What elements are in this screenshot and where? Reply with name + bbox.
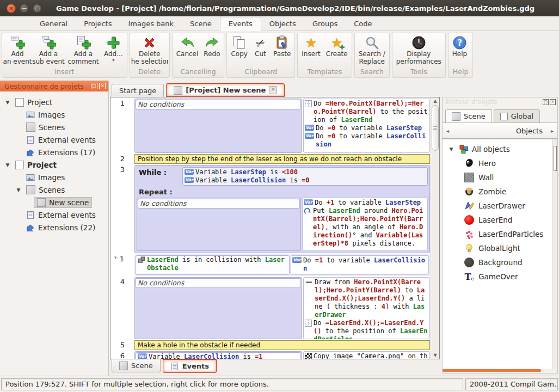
object-item-gameover[interactable]: TeGameOver [443,270,557,284]
actions-region[interactable]: VarDo +1 to variable LaserStepPut LaserE… [302,198,428,251]
close-tab-icon[interactable]: ✕ [269,86,277,94]
ribbon-tab-objects[interactable]: Objects [261,17,304,30]
ribbon-tab-code[interactable]: Code [346,17,380,30]
expander-arrow-icon[interactable]: ▼ [3,162,12,168]
tree-item-new-scene[interactable]: New scene [0,196,108,209]
conditions-region[interactable]: VarVariable LaserCollision is =1 [134,351,302,359]
events-scrollbar[interactable]: ▲ ▼ [431,97,439,359]
object-item-wall[interactable]: Wall [443,170,557,185]
event-action[interactable]: Copy image "Camera.png" on the [305,352,428,359]
object-item-laserdrawer[interactable]: LaserDrawer [443,199,557,213]
toolbar-button-paste[interactable]: Paste [271,34,293,67]
ribbon-tab-images-bank[interactable]: Images bank [120,17,182,30]
editor-tab-project-new-scene[interactable]: [Project] New scene✕ [166,83,285,97]
event-action[interactable]: Put LaserEnd around Hero.PointX(Barrel);… [304,207,426,248]
while-conditions[interactable]: VarVariable LaserStep is <100VarVariable… [182,167,428,186]
conditions-box[interactable]: No conditions [136,278,301,288]
window-minimize-button[interactable]: — [20,4,29,13]
object-item-zombie[interactable]: Zombie [443,185,557,199]
scroll-up-icon[interactable]: ▲ [431,97,439,105]
window-close-button[interactable]: ✕ [7,4,16,13]
event-action[interactable]: VarDo +1 to variable LaserStep [304,199,426,207]
toolbar-button-search-replace[interactable]: Search /Replace [356,34,388,67]
conditions-box[interactable]: VarVariable LaserCollision is =1 [136,352,301,359]
event-condition[interactable]: LaserEnd is in collision with LaserObsta… [138,256,287,272]
conditions-box[interactable]: No conditions [136,100,301,109]
toolbar-button-insert-template[interactable]: ★Insert [299,34,323,67]
actions-region[interactable]: —Draw from Hero.PointX(Barrel);Hero.Poin… [303,277,430,339]
event-row-3[interactable]: 3While :VarVariable LaserStep is <100Var… [110,165,431,253]
expander-arrow-icon[interactable]: ▼ [14,187,23,193]
toolbar-button-help[interactable]: ?Help [450,34,470,67]
toolbar-button-copy[interactable]: Copy [228,34,250,67]
conditions-region[interactable]: No conditions [134,99,302,153]
event-condition[interactable]: VarVariable LaserCollision is =0 [185,176,426,185]
scrollbar-thumb[interactable] [554,146,557,171]
tree-item-scenes[interactable]: ▼Scenes [0,183,108,196]
tree-item-images[interactable]: Images [0,108,108,121]
event-condition[interactable]: VarVariable LaserStep is <100 [185,168,426,176]
event-action[interactable]: Do =Hero.PointX(Barrel);=Hero.PointY(Bar… [305,100,428,124]
conditions-box[interactable]: LaserEnd is in collision with LaserObsta… [136,255,290,275]
event-action[interactable]: VarDo =1 to variable LaserCollision [292,256,427,273]
object-item-laserend[interactable]: LaserEnd [443,213,557,227]
tree-item-project[interactable]: ▼Project [0,158,108,171]
panel-float-icon[interactable]: ▢ [91,83,97,89]
actions-region[interactable]: Copy image "Camera.png" on the [303,351,430,359]
scroll-down-icon[interactable]: ▼ [431,352,439,359]
event-row-7[interactable]: 6VarVariable LaserCollision is =1Copy im… [110,351,431,359]
event-row-5[interactable]: 4No conditions—Draw from Hero.PointX(Bar… [110,277,431,339]
objects-horizontal-scrollbar[interactable] [443,369,557,373]
objects-scope-tab-global[interactable]: Global [494,109,540,123]
scrollbar-thumb[interactable] [432,105,439,151]
editor-bottom-tab-scene[interactable]: Scene [112,359,161,372]
tree-item-external-events[interactable]: External events [0,209,108,221]
toolbar-button-add-comment[interactable]: Add acomment [65,34,101,67]
toolbar-button-redo[interactable]: Redo [201,34,223,67]
nav-left-icon[interactable]: ◂ [445,128,451,134]
panel-close-icon[interactable]: ✕ [550,99,556,105]
toolbar-button-cut[interactable]: ✂Cut [250,34,271,67]
ribbon-tab-scene[interactable]: Scene [182,17,220,30]
ribbon-tab-groups[interactable]: Groups [304,17,346,30]
object-item-globallight[interactable]: GlobalLight [443,241,557,255]
tree-item-project[interactable]: ▼Project [0,96,108,108]
object-item-laserendparticles[interactable]: LaserEndParticles [443,227,557,241]
object-item-hero[interactable]: Hero [443,156,557,170]
event-row-4[interactable]: ▾1LaserEnd is in collision with LaserObs… [110,254,431,276]
objects-root-item[interactable]: ▼All objects [443,139,557,156]
conditions-region[interactable]: No conditions [134,277,302,339]
window-maximize-button[interactable]: ▢ [33,4,42,13]
editor-bottom-tab-events[interactable]: Events [163,359,217,373]
toolbar-button-add-event[interactable]: Addan event [3,34,32,67]
actions-region[interactable]: VarDo =1 to variable LaserCollision [291,255,429,275]
fold-arrow-icon[interactable]: ▾ [114,255,117,276]
editor-tab-start-page[interactable]: Start page [112,84,164,97]
event-row-6[interactable]: 5Make a hole in the obstacle if needed [110,340,431,350]
tree-item-images[interactable]: Images [0,171,108,183]
expander-arrow-icon[interactable]: ▼ [447,146,456,152]
event-action[interactable]: VarDo =0 to variable LaserCollision [305,132,428,149]
event-action[interactable]: VarDo =0 to variable LaserStep [305,124,428,132]
toolbar-button-create-template[interactable]: ★✚Create [323,34,351,67]
panel-float-icon[interactable]: ▢ [543,99,549,105]
panel-close-icon[interactable]: ✕ [99,83,106,89]
ribbon-tab-projects[interactable]: Projects [76,17,120,30]
expander-arrow-icon[interactable]: ▼ [3,100,12,105]
tree-item-extensions-22[interactable]: Extensions (22) [0,221,108,234]
ribbon-tab-general[interactable]: General [32,17,76,30]
toolbar-button-add-more[interactable]: Add...▾ [101,34,126,67]
tree-item-extensions-17[interactable]: Extensions (17) [0,146,108,158]
toolbar-button-display-performances[interactable]: Displayperformances [394,34,444,67]
tree-item-scenes[interactable]: Scenes [0,121,108,133]
event-action[interactable]: —Draw from Hero.PointX(Barrel);Hero.Poin… [305,278,428,319]
event-condition[interactable]: VarVariable LaserCollision is =1 [138,353,299,359]
toolbar-button-add-sub-event[interactable]: Add asub event [32,34,65,67]
conditions-region[interactable]: No conditions [137,198,301,251]
toolbar-button-delete-selection[interactable]: Deletethe selection [131,34,168,67]
event-row-2[interactable]: 2Position step by step the end of the la… [110,154,431,164]
conditions-box[interactable]: No conditions [138,199,300,209]
objects-tab-label[interactable]: Objects [465,127,549,135]
event-action[interactable]: Do =LaserEnd.X();=LaserEnd.Y() to the po… [305,319,428,339]
event-row-1[interactable]: 1No conditionsDo =Hero.PointX(Barrel);=H… [110,99,431,153]
